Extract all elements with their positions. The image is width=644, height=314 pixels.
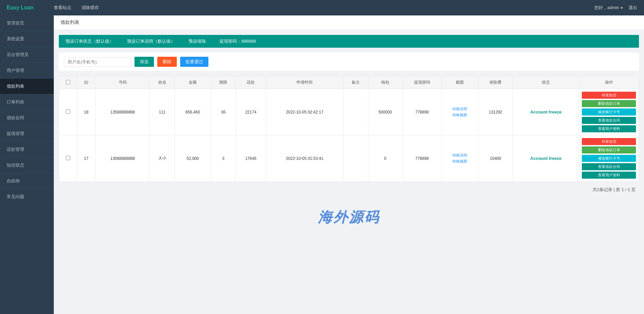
col-header-12: 保险费	[478, 76, 513, 89]
row-checkbox-0[interactable]	[66, 109, 70, 114]
sidebar-item-4[interactable]: 借款列表	[0, 79, 54, 94]
table-header: ID号码姓名金额期限还款申请时间备注钱包提现密码截图保险费状态操作	[59, 76, 639, 89]
withdraw-pwd-cell-1: 778899	[402, 135, 442, 182]
search-input[interactable]	[64, 57, 131, 67]
nav-link-clear-cache[interactable]: 清除缓存	[81, 5, 99, 11]
status-badge-0: Account freeze	[530, 109, 562, 115]
screenshot-cell-0: 转账说明转账截图	[442, 89, 478, 135]
user-dropdown-icon[interactable]	[619, 5, 623, 10]
sidebar-item-9[interactable]: 短信状态	[0, 158, 54, 173]
watermark: 海外源码	[59, 198, 639, 233]
col-header-9: 钱包	[368, 76, 402, 89]
id-cell-0: 18	[77, 89, 95, 135]
user-greeting: 您好，admin	[594, 5, 623, 11]
action-btn-删除借款订单-0[interactable]: 删除借款订单	[582, 100, 636, 107]
amount-cell-1: 52,000	[174, 135, 211, 182]
phone-cell-1: 13088888888	[95, 135, 150, 182]
row-checkbox-cell-0	[59, 89, 77, 135]
batch-approve-button[interactable]: 批量通过	[180, 57, 208, 67]
table-row: 1813588888888111656,46036221742022-10-05…	[59, 89, 639, 135]
col-header-5: 期限	[211, 76, 236, 89]
pagination-area: 共2条记录 | 第 1 / 1 页	[59, 182, 639, 198]
row-checkbox-cell-1	[59, 135, 77, 182]
col-header-13: 状态	[513, 76, 579, 89]
sidebar-item-2[interactable]: 后台管理员	[0, 47, 54, 63]
loan-table: ID号码姓名金额期限还款申请时间备注钱包提现密码截图保险费状态操作 181358…	[59, 76, 639, 182]
page-title: 借款列表	[61, 19, 79, 25]
sidebar-item-7[interactable]: 提现管理	[0, 126, 54, 142]
col-header-3: 姓名	[150, 76, 174, 89]
sidebar-item-0[interactable]: 管理首页	[0, 15, 54, 31]
main-content: 借款列表 预设订单状态（默认值）预设订单说明（默认值）预设保险提现密码：8888…	[54, 15, 644, 314]
sidebar-item-5[interactable]: 订单列表	[0, 94, 54, 110]
action-btn-查看借款合同-0[interactable]: 查看借款合同	[582, 117, 636, 124]
info-item-1: 预设订单说明（默认值）	[127, 38, 175, 44]
actions-cell-0: 补发短信删除借款订单修改银行卡号查看借款合同查看用户资料	[579, 89, 639, 135]
sidebar-item-11[interactable]: 常见问题	[0, 189, 54, 205]
name-cell-0: 111	[150, 89, 174, 135]
col-header-8: 备注	[344, 76, 368, 89]
filter-button[interactable]: 筛选	[134, 57, 154, 67]
col-header-11: 截图	[442, 76, 478, 89]
brand-logo: Easy Loan	[7, 5, 40, 11]
table-row: 1713088888888大小52,0003176462022-10-05 01…	[59, 135, 639, 182]
apply-time-cell-0: 2022-10-05 02:42:17	[266, 89, 343, 135]
col-header-14: 操作	[579, 76, 639, 89]
sidebar-item-1[interactable]: 系统设置	[0, 31, 54, 47]
period-cell-0: 36	[211, 89, 236, 135]
header-row: ID号码姓名金额期限还款申请时间备注钱包提现密码截图保险费状态操作	[59, 76, 639, 89]
sidebar-item-6[interactable]: 借款合同	[0, 110, 54, 126]
filter-bar: 筛选 删除 批量通过	[59, 53, 639, 71]
row-checkbox-1[interactable]	[66, 156, 70, 160]
nav-link-view-site[interactable]: 查看站点	[54, 5, 71, 11]
col-header-4: 金额	[174, 76, 211, 89]
table-body: 1813588888888111656,46036221742022-10-05…	[59, 89, 639, 182]
status-cell-0: Account freeze	[513, 89, 579, 135]
col-header-6: 还款	[236, 76, 266, 89]
phone-cell-0: 13588888888	[95, 89, 150, 135]
select-all-checkbox[interactable]	[66, 80, 70, 84]
actions-cell-1: 补发短信删除借款订单修改银行卡号查看借款合同查看用户资料	[579, 135, 639, 182]
action-btn-修改银行卡号-1[interactable]: 修改银行卡号	[582, 155, 636, 162]
action-btn-删除借款订单-1[interactable]: 删除借款订单	[582, 146, 636, 153]
page-header: 借款列表	[54, 15, 644, 30]
wallet-cell-0: 500000	[368, 89, 402, 135]
apply-time-cell-1: 2022-10-05 01:53:41	[266, 135, 343, 182]
sidebar-item-10[interactable]: 自由块	[0, 173, 54, 189]
info-item-2: 预设保险	[189, 38, 206, 44]
delete-button[interactable]: 删除	[157, 57, 177, 67]
col-header-7: 申请时间	[266, 76, 343, 89]
wallet-cell-1: 0	[368, 135, 402, 182]
insurance-fee-cell-1: 10400	[478, 135, 513, 182]
info-bar: 预设订单状态（默认值）预设订单说明（默认值）预设保险提现密码：888888	[59, 35, 639, 48]
col-header-1: ID	[77, 76, 95, 89]
top-nav: Easy Loan 查看站点 清除缓存 您好，admin 退出	[0, 0, 644, 15]
sidebar-item-3[interactable]: 用户管理	[0, 63, 54, 79]
remark-cell-1	[344, 135, 368, 182]
action-btn-查看用户资料-0[interactable]: 查看用户资料	[582, 125, 636, 132]
action-btn-修改银行卡号-0[interactable]: 修改银行卡号	[582, 108, 636, 116]
repayment-cell-1: 17646	[236, 135, 266, 182]
col-header-2: 号码	[95, 76, 150, 89]
info-item-0: 预设订单状态（默认值）	[66, 38, 114, 44]
content-area: 预设订单状态（默认值）预设订单说明（默认值）预设保险提现密码：888888 筛选…	[54, 30, 644, 238]
name-cell-1: 大小	[150, 135, 174, 182]
withdraw-pwd-cell-0: 778899	[402, 89, 442, 135]
status-cell-1: Account freeze	[513, 135, 579, 182]
insurance-fee-cell-0: 131292	[478, 89, 513, 135]
sidebar-item-8[interactable]: 还款管理	[0, 142, 54, 158]
amount-cell-0: 656,460	[174, 89, 211, 135]
action-btn-补发短信-0[interactable]: 补发短信	[582, 92, 636, 99]
period-cell-1: 3	[211, 135, 236, 182]
table-container: ID号码姓名金额期限还款申请时间备注钱包提现密码截图保险费状态操作 181358…	[59, 76, 639, 182]
action-btn-查看用户资料-1[interactable]: 查看用户资料	[582, 172, 636, 179]
col-header-10: 提现密码	[402, 76, 442, 89]
col-header-0	[59, 76, 77, 89]
screenshot-cell-1: 转账说明转账截图	[442, 135, 478, 182]
logout-button[interactable]: 退出	[629, 5, 637, 11]
layout: 管理首页系统设置后台管理员用户管理借款列表订单列表借款合同提现管理还款管理短信状…	[0, 15, 644, 314]
repayment-cell-0: 22174	[236, 89, 266, 135]
action-btn-查看借款合同-1[interactable]: 查看借款合同	[582, 163, 636, 170]
action-btn-补发短信-1[interactable]: 补发短信	[582, 138, 636, 145]
nav-links: 查看站点 清除缓存	[54, 5, 594, 11]
